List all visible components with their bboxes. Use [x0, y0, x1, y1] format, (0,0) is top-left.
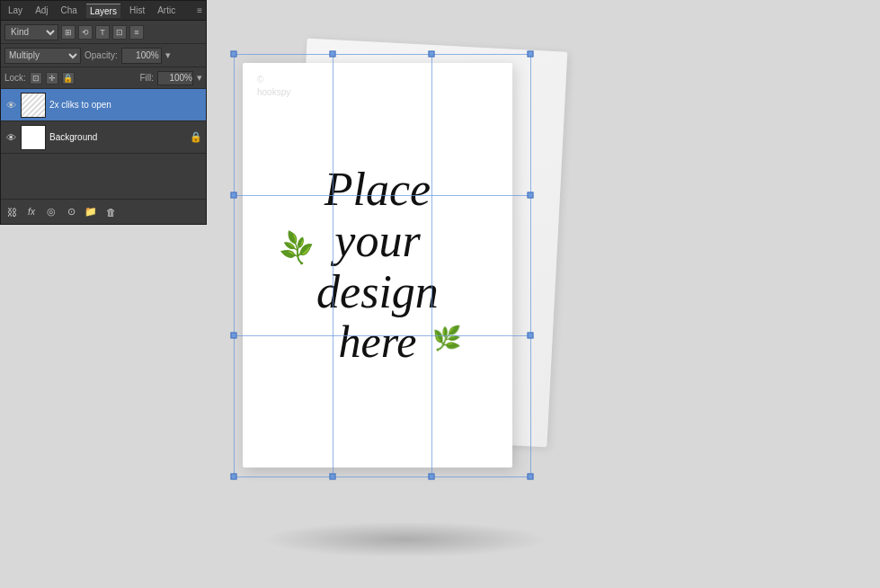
fill-arrow[interactable]: ▾ [197, 72, 202, 84]
layer-item-1[interactable]: 👁 2x cliks to open [1, 89, 206, 121]
lock-all-icon[interactable]: 🔒 [62, 72, 75, 85]
layer1-thumb-inner [22, 94, 45, 117]
filter-select[interactable]: Kind [4, 24, 58, 40]
new-group-icon[interactable]: 📁 [84, 205, 98, 219]
handle-tr[interactable] [528, 51, 534, 58]
fx-icon[interactable]: fx [24, 205, 39, 219]
tab-adj[interactable]: Adj [31, 4, 51, 17]
layer1-thumbnail [21, 93, 46, 118]
handle-bl[interactable] [231, 474, 237, 480]
transform-overlay [234, 54, 530, 477]
tab-hist[interactable]: Hist [126, 4, 148, 17]
tab-layers[interactable]: Layers [86, 4, 120, 18]
layer1-name: 2x cliks to open [49, 100, 202, 110]
lock-pixels-icon[interactable]: ⊡ [30, 72, 42, 85]
panel-options-icon[interactable]: ≡ [197, 5, 202, 15]
filter-toolbar: Kind ⊞ ⟲ T ⊡ ≡ [1, 21, 206, 44]
panel-tabs-row: Lay Adj Cha Layers Hist Artic ≡ [1, 1, 206, 21]
layer1-visibility-icon[interactable]: 👁 [4, 99, 17, 111]
handle-tl[interactable] [231, 51, 237, 58]
card-shadow [261, 521, 548, 557]
link-layers-icon[interactable]: ⛓ [4, 205, 19, 219]
handle-bm2[interactable] [428, 474, 434, 480]
transform-grid [234, 54, 530, 477]
handle-ml[interactable] [231, 192, 237, 198]
tab-lay[interactable]: Lay [4, 4, 26, 17]
filter-icon-type[interactable]: T [95, 25, 110, 40]
tab-cha[interactable]: Cha [58, 4, 81, 17]
handle-ml2[interactable] [231, 333, 237, 339]
blend-opacity-row: Multiply Normal Screen Overlay Opacity: … [1, 44, 206, 67]
handle-tm[interactable] [329, 51, 335, 58]
add-mask-icon[interactable]: ◎ [44, 205, 58, 219]
filter-icon-shape[interactable]: ⊡ [112, 25, 127, 40]
filter-icon-adj[interactable]: ⟲ [78, 25, 93, 40]
handle-mr[interactable] [528, 192, 534, 198]
lock-fill-row: Lock: ⊡ ✛ 🔒 Fill: ▾ [1, 67, 206, 89]
card-container: © hookspy 🌿 Place your design here 🌿 [225, 27, 584, 539]
lock-label: Lock: [4, 73, 26, 83]
layer2-thumbnail [21, 125, 46, 150]
layers-bottom-bar: ⛓ fx ◎ ⊙ 📁 🗑 [1, 199, 206, 224]
layer2-visibility-icon[interactable]: 👁 [4, 131, 17, 144]
handle-tm2[interactable] [428, 51, 434, 58]
layer-item-2[interactable]: 👁 Background 🔒 [1, 121, 206, 154]
handle-mr2[interactable] [528, 333, 534, 339]
opacity-label: Opacity: [84, 50, 118, 60]
layer2-thumb-inner [22, 126, 45, 149]
tab-artic[interactable]: Artic [154, 4, 179, 17]
fill-input[interactable] [157, 71, 193, 85]
handle-br[interactable] [528, 474, 534, 480]
blend-mode-select[interactable]: Multiply Normal Screen Overlay [4, 48, 81, 64]
layers-list: 👁 2x cliks to open 👁 Background 🔒 [1, 89, 206, 199]
layers-panel: Lay Adj Cha Layers Hist Artic ≡ Kind ⊞ ⟲… [0, 0, 207, 225]
delete-layer-icon[interactable]: 🗑 [103, 205, 118, 219]
lock-move-icon[interactable]: ✛ [46, 72, 58, 85]
layer2-name: Background [49, 132, 186, 142]
handle-bm[interactable] [329, 474, 335, 480]
layer2-lock-icon: 🔒 [190, 131, 202, 143]
adjustment-icon[interactable]: ⊙ [64, 205, 78, 219]
fill-label: Fill: [139, 73, 154, 83]
filter-icon-img[interactable]: ⊞ [61, 25, 76, 40]
opacity-arrow[interactable]: ▾ [165, 49, 171, 61]
opacity-input[interactable] [121, 48, 162, 64]
filter-icon-smart[interactable]: ≡ [129, 25, 144, 40]
